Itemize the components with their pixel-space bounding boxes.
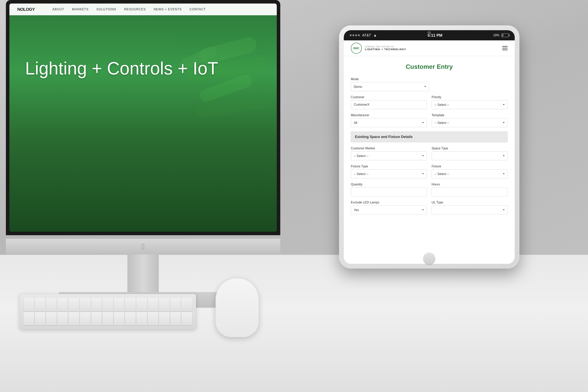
key [114,298,124,311]
hamburger-line [502,46,508,47]
exclude-led-select[interactable]: Yes No [351,206,427,214]
quantity-label: Quantity [351,183,427,186]
template-select[interactable]: -- Select -- [432,118,508,127]
key [114,312,124,325]
manufacturer-select[interactable]: All [351,118,427,127]
customer-market-group: Customer Market -- Select -- Commercial … [351,146,427,160]
ul-type-label: UL Type [432,201,508,204]
space-type-label: Space Type [432,146,508,150]
key [68,298,79,311]
imac-screen: NOLOGY ABOUT MARKETS SOLUTIONS RESOURCES… [10,4,277,232]
key [159,312,170,325]
exclude-led-group: Exclude LED Lamps Yes No [351,201,427,214]
status-bar-right: 19% [493,33,509,37]
template-label: Template [432,114,508,117]
key [46,298,57,311]
quantity-hours-row: Quantity Hours [351,183,508,196]
signal-dots [350,34,360,36]
key [102,298,113,311]
fixture-type-fixture-row: Fixture Type -- Select -- Fixture -- Sel… [351,165,508,178]
customer-group: Customer [351,96,427,109]
ipad-camera [428,31,431,34]
battery-icon [501,33,509,37]
key [58,298,68,311]
imac-screen-frame: NOLOGY ABOUT MARKETS SOLUTIONS RESOURCES… [6,0,280,235]
exclude-led-label: Exclude LED Lamps [351,201,427,204]
key [24,312,34,325]
signal-dot [352,34,354,36]
hamburger-line [502,48,508,48]
battery-percentage: 19% [493,34,500,37]
imac-nav-resources: RESOURCES [124,8,146,11]
fixture-select[interactable]: -- Select -- [432,169,508,178]
app-header: EMC LEADING THE FUTURE OF LIGHTING + TEC… [344,40,515,56]
market-space-row: Customer Market -- Select -- Commercial … [351,146,508,160]
emc-tagline-bottom: LIGHTING + TECHNOLOGY [365,48,406,51]
mode-group: Mode Demo Live [351,78,508,91]
ipad-outer: AT&T ▲ 5:11 PM 19% EMC LEADING TH [339,26,520,268]
signal-dot [358,34,360,36]
ipad-home-button[interactable] [423,253,435,264]
carrier-label: AT&T [362,33,371,38]
imac-nav-solutions: SOLUTIONS [96,8,116,11]
ul-type-select[interactable] [432,206,508,214]
key [125,298,136,311]
hours-label: Hours [432,183,508,186]
imac-nav-items: ABOUT MARKETS SOLUTIONS RESOURCES NEWS +… [52,8,206,11]
key [91,312,102,325]
template-group: Template -- Select -- [432,114,508,127]
key [136,298,147,311]
imac-logo: NOLOGY [17,7,35,12]
key [80,298,90,311]
key [46,312,57,325]
fixture-label: Fixture [432,165,508,168]
imac-nav-markets: MARKETS [72,8,88,11]
key [182,312,192,325]
imac-nav: NOLOGY ABOUT MARKETS SOLUTIONS RESOURCES… [10,4,277,15]
space-type-select[interactable] [432,151,508,160]
key [170,298,181,311]
imac-hero-title: Lighting + Controls + IoT [25,58,218,78]
key [136,312,147,325]
key [58,312,68,325]
emc-tagline: LEADING THE FUTURE OF LIGHTING + TECHNOL… [365,46,406,51]
imac-nav-news: NEWS + EVENTS [154,8,182,11]
key [91,298,102,311]
key [159,298,170,311]
section-header-fixture: Existing Space and Fixture Details [351,132,508,142]
priority-group: Priority -- Select -- High Medium Low [432,96,508,109]
key [125,312,136,325]
keyboard [20,294,196,329]
app-logo-area: EMC LEADING THE FUTURE OF LIGHTING + TEC… [351,43,406,54]
imac-stand-neck [128,254,159,294]
manufacturer-template-row: Manufacturer All Template -- Select -- [351,114,508,127]
battery-fill [502,34,503,36]
battery-tip [509,34,510,36]
key [80,312,90,325]
imac-hero: Lighting + Controls + IoT [25,58,218,78]
customer-market-select[interactable]: -- Select -- Commercial Industrial Retai… [351,151,427,160]
quantity-input[interactable] [351,188,427,196]
key [102,312,113,325]
fixture-type-group: Fixture Type -- Select -- [351,165,427,178]
hamburger-menu-button[interactable] [502,46,508,50]
hours-input[interactable] [432,188,508,196]
customer-input[interactable] [351,100,427,109]
hours-group: Hours [432,183,508,196]
key [182,298,192,311]
imac-chin:  [6,239,280,254]
space-type-group: Space Type [432,146,508,160]
imac-nav-contact: CONTACT [190,8,206,11]
fixture-type-select[interactable]: -- Select -- [351,169,427,178]
signal-dot [355,34,357,36]
priority-label: Priority [432,96,508,99]
wifi-icon: ▲ [374,33,377,38]
hamburger-line [502,50,508,50]
key [24,298,34,311]
fixture-type-label: Fixture Type [351,165,427,168]
signal-dot [350,34,352,36]
mode-select[interactable]: Demo Live [351,82,429,91]
priority-select[interactable]: -- Select -- High Medium Low [432,100,508,109]
apple-logo-icon:  [137,241,149,252]
manufacturer-label: Manufacturer [351,114,427,117]
